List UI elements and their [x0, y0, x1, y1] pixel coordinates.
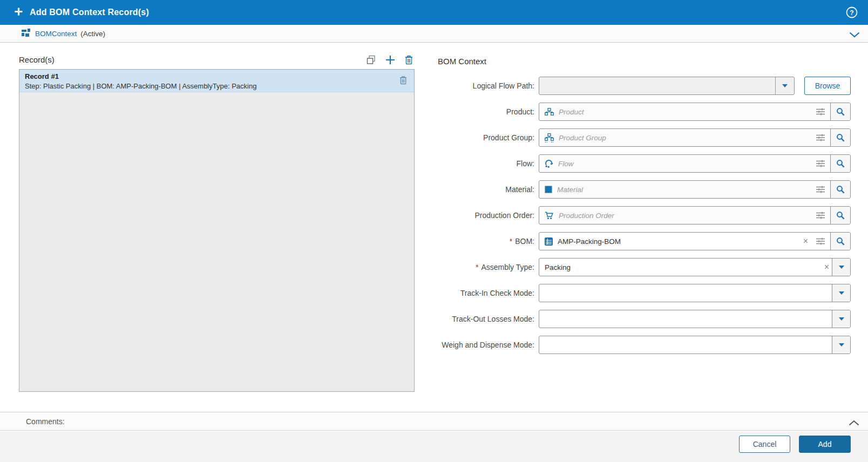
chevron-down-icon[interactable]	[849, 30, 860, 40]
production-order-input[interactable]	[559, 207, 811, 224]
bom-lookup: ×	[539, 232, 851, 250]
dropdown-button[interactable]	[832, 310, 850, 328]
entity-bar: BOMContext (Active)	[0, 25, 868, 43]
bom-table-icon	[539, 233, 558, 250]
triangle-down-icon	[839, 317, 844, 321]
assembly-type-input[interactable]	[539, 259, 822, 276]
track-out-losses-mode-dropdown	[539, 310, 851, 328]
material-icon	[539, 181, 557, 198]
browse-button[interactable]: Browse	[804, 77, 851, 95]
product-group-icon	[539, 129, 559, 146]
field-row-material: Material:	[431, 180, 851, 199]
flow-icon	[539, 155, 558, 172]
flow-lookup	[539, 154, 851, 173]
field-label: Production Order:	[431, 206, 534, 225]
material-input[interactable]	[557, 181, 811, 198]
triangle-down-icon	[839, 291, 844, 295]
field-row-flow: Flow:	[431, 154, 851, 173]
cancel-button[interactable]: Cancel	[739, 436, 790, 453]
dialog-title: Add BOM Context Record(s)	[30, 8, 149, 17]
dialog-footer: Cancel Add	[0, 431, 868, 462]
clear-icon[interactable]: ×	[801, 233, 811, 250]
flow-input[interactable]	[558, 155, 811, 172]
record-delete-icon[interactable]	[399, 76, 407, 87]
weigh-and-dispense-mode-dropdown	[539, 336, 851, 354]
logical-flow-path-input[interactable]	[539, 77, 775, 94]
comments-label: Comments:	[26, 417, 65, 426]
copy-record-icon[interactable]	[367, 55, 376, 65]
combobox-dropdown-button[interactable]	[775, 77, 794, 94]
weigh-and-dispense-mode-input[interactable]	[539, 336, 832, 354]
search-icon[interactable]	[830, 233, 850, 250]
bom-input[interactable]	[558, 233, 801, 250]
product-lookup	[539, 103, 851, 121]
bom-context-form: Logical Flow Path: Browse Product:	[431, 77, 851, 363]
filter-icon[interactable]	[811, 155, 830, 172]
search-icon[interactable]	[830, 103, 850, 120]
field-row-product: Product:	[431, 103, 851, 121]
field-label: Flow:	[431, 154, 534, 173]
field-label: Product:	[431, 103, 534, 121]
triangle-down-icon	[782, 84, 788, 87]
filter-icon[interactable]	[811, 181, 830, 198]
material-lookup	[539, 180, 851, 199]
add-record-icon[interactable]	[385, 55, 395, 65]
search-icon[interactable]	[830, 129, 850, 146]
field-row-production-order: Production Order:	[431, 206, 851, 225]
field-label: Track-In Check Mode:	[431, 284, 534, 302]
filter-icon[interactable]	[811, 207, 830, 224]
product-group-input[interactable]	[559, 129, 811, 146]
filter-icon[interactable]	[811, 233, 830, 250]
product-icon	[539, 103, 559, 120]
field-label: Product Group:	[431, 128, 534, 147]
field-label: Material:	[431, 180, 534, 199]
record-list: Record #1 Step: Plastic Packing | BOM: A…	[19, 69, 415, 392]
field-label: Logical Flow Path:	[431, 77, 534, 95]
field-label: Weigh and Dispense Mode:	[431, 336, 534, 354]
dropdown-button[interactable]	[832, 336, 850, 354]
logical-flow-path-combobox[interactable]	[539, 77, 795, 95]
help-icon[interactable]: ?	[845, 6, 858, 19]
track-out-losses-mode-input[interactable]	[539, 310, 832, 328]
delete-record-icon[interactable]	[405, 55, 413, 65]
entity-name: BOMContext	[35, 30, 77, 38]
required-marker: *	[476, 263, 478, 271]
search-icon[interactable]	[830, 155, 850, 172]
filter-icon[interactable]	[811, 129, 830, 146]
field-row-weigh-and-dispense-mode: Weigh and Dispense Mode:	[431, 336, 851, 354]
records-toolbar	[19, 53, 415, 67]
product-group-lookup	[539, 128, 851, 147]
field-row-product-group: Product Group:	[431, 128, 851, 147]
field-label: Track-Out Losses Mode:	[431, 310, 534, 328]
dropdown-button[interactable]	[832, 284, 850, 302]
production-order-lookup	[539, 206, 851, 225]
dropdown-button[interactable]	[832, 259, 850, 276]
track-in-check-mode-input[interactable]	[539, 284, 832, 302]
dialog-header: Add BOM Context Record(s) ?	[0, 0, 868, 25]
clear-icon[interactable]: ×	[822, 259, 832, 276]
field-row-logical-flow-path: Logical Flow Path: Browse	[431, 77, 851, 95]
field-row-bom: *BOM: ×	[431, 232, 851, 250]
comments-section: Comments:	[0, 412, 868, 431]
add-button[interactable]: Add	[799, 436, 851, 453]
field-row-track-out-losses-mode: Track-Out Losses Mode:	[431, 310, 851, 328]
plus-icon	[14, 7, 23, 18]
chevron-up-icon[interactable]	[849, 418, 859, 428]
field-label: *Assembly Type:	[431, 258, 534, 276]
product-input[interactable]	[559, 103, 811, 120]
track-in-check-mode-dropdown	[539, 284, 851, 302]
field-label: *BOM:	[431, 232, 534, 250]
field-row-assembly-type: *Assembly Type: ×	[431, 258, 851, 276]
record-title: Record #1	[25, 72, 392, 81]
triangle-down-icon	[839, 266, 844, 269]
required-marker: *	[510, 237, 512, 246]
svg-text:?: ?	[850, 9, 853, 17]
search-icon[interactable]	[830, 207, 850, 224]
assembly-type-dropdown: ×	[539, 258, 851, 276]
entity-status: (Active)	[80, 30, 105, 38]
production-order-cart-icon	[539, 207, 559, 224]
triangle-down-icon	[839, 343, 844, 346]
filter-icon[interactable]	[811, 103, 830, 120]
search-icon[interactable]	[830, 181, 850, 198]
record-item[interactable]: Record #1 Step: Plastic Packing | BOM: A…	[19, 70, 414, 92]
